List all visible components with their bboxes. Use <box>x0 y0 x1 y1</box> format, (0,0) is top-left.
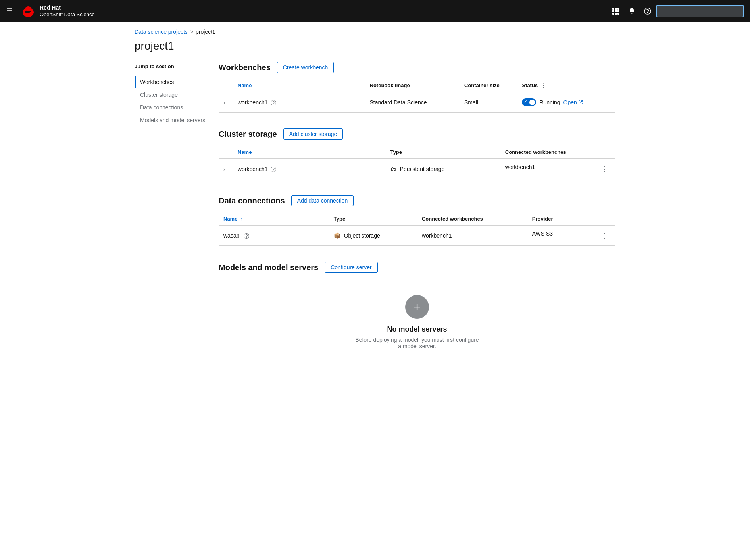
data-connections-title: Data connections <box>219 196 285 205</box>
logo-brand: Red Hat <box>40 4 95 11</box>
cs-row-expander-icon[interactable]: › <box>223 167 225 172</box>
dc-col-provider[interactable]: Provider <box>527 213 615 225</box>
cs-type: Persistent storage <box>400 166 445 172</box>
svg-rect-2 <box>612 8 614 10</box>
svg-rect-4 <box>617 8 619 10</box>
dc-connected-cell: workbench1 <box>417 225 527 246</box>
workbench-notebook-image: Standard Data Science <box>370 99 427 105</box>
svg-rect-5 <box>612 10 614 12</box>
workbench-status-label: Running <box>539 99 560 105</box>
cs-type-cell: 🗂 Persistent storage <box>386 159 500 179</box>
cs-col-name[interactable]: Name ↑ <box>233 146 386 159</box>
svg-rect-6 <box>615 10 617 12</box>
dc-type-cell: 📦 Object storage <box>329 225 417 246</box>
workbench-status-toggle[interactable]: ✓ <box>522 98 536 106</box>
dc-kebab-menu[interactable]: ⋮ <box>599 230 611 241</box>
svg-point-11 <box>644 8 651 14</box>
workbenches-col-expand <box>219 79 233 92</box>
sidebar-item-cluster-storage[interactable]: Cluster storage <box>135 88 206 101</box>
breadcrumb-current: project1 <box>196 29 215 35</box>
table-row: wasabi ? 📦 Object storage workbench1 <box>219 225 615 246</box>
no-model-servers-icon: + <box>405 295 429 319</box>
workbench-status-cell: ✓ Running Open <box>517 92 615 113</box>
workbenches-table-header-row: Name ↑ Notebook image Container size Sta… <box>219 79 615 92</box>
app-logo: Red Hat OpenShift Data Science <box>21 4 95 18</box>
sidebar-item-workbenches[interactable]: Workbenches <box>135 76 206 88</box>
workbenches-col-container-size[interactable]: Container size <box>460 79 517 92</box>
row-expander-icon[interactable]: › <box>223 100 225 105</box>
workbench-kebab-menu[interactable]: ⋮ <box>586 97 598 107</box>
dc-header-row: Name ↑ Type Connected workbenches Provid… <box>219 213 615 225</box>
svg-point-1 <box>25 6 31 11</box>
cs-col-type[interactable]: Type <box>386 146 500 159</box>
apps-icon[interactable] <box>612 7 620 15</box>
sidebar-item-data-connections[interactable]: Data connections <box>135 101 206 114</box>
cs-info-icon: ? <box>271 167 276 172</box>
header-icons <box>612 7 652 15</box>
sidebar-jump-label: Jump to section <box>135 63 206 69</box>
create-workbench-button[interactable]: Create workbench <box>277 62 334 73</box>
dc-name-sort-icon: ↑ <box>240 216 243 222</box>
svg-point-12 <box>647 12 648 13</box>
workbenches-col-status[interactable]: Status ⋮ <box>517 79 615 92</box>
hamburger-icon[interactable]: ☰ <box>6 7 13 15</box>
dc-col-type[interactable]: Type <box>329 213 417 225</box>
sidebar-nav: Workbenches Cluster storage Data connect… <box>135 76 206 127</box>
dc-name: wasabi <box>223 232 241 239</box>
page-title: project1 <box>135 40 615 52</box>
workbenches-col-name[interactable]: Name ↑ <box>233 79 365 92</box>
cs-name-sort-icon: ↑ <box>255 150 257 155</box>
workbenches-col-notebook-image[interactable]: Notebook image <box>365 79 460 92</box>
cs-kebab-menu[interactable]: ⋮ <box>599 164 611 174</box>
breadcrumb: Data science projects > project1 <box>135 29 615 35</box>
cs-col-expand <box>219 146 233 159</box>
object-storage-icon: 📦 <box>334 232 340 239</box>
workbench-name-cell: workbench1 ? <box>233 92 365 113</box>
dc-type: Object storage <box>344 232 380 239</box>
sidebar-item-models[interactable]: Models and model servers <box>135 114 206 127</box>
cluster-storage-section: Cluster storage Add cluster storage Name… <box>219 128 615 179</box>
svg-rect-7 <box>617 10 619 12</box>
search-input[interactable] <box>656 5 744 17</box>
dc-name-cell: wasabi ? <box>219 225 329 246</box>
help-icon[interactable] <box>644 7 652 15</box>
workbench-open-link[interactable]: Open <box>563 99 583 105</box>
workbench-name: workbench1 <box>238 99 268 105</box>
cs-name-cell: workbench1 ? <box>233 159 386 179</box>
svg-rect-8 <box>612 13 614 15</box>
data-connections-header: Data connections Add data connection <box>219 195 615 206</box>
models-section: Models and model servers Configure serve… <box>219 262 615 357</box>
data-connections-table: Name ↑ Type Connected workbenches Provid… <box>219 213 615 246</box>
workbenches-header: Workbenches Create workbench <box>219 62 615 73</box>
table-row: › workbench1 ? Standard Data Science Sma… <box>219 92 615 113</box>
name-sort-icon: ↑ <box>255 83 257 88</box>
external-link-icon <box>578 100 583 105</box>
svg-rect-3 <box>615 8 617 10</box>
cs-row-expander-cell: › <box>219 159 233 179</box>
dc-col-name[interactable]: Name ↑ <box>219 213 329 225</box>
configure-server-button[interactable]: Configure server <box>325 262 378 273</box>
cluster-storage-title: Cluster storage <box>219 130 277 139</box>
logo-product: OpenShift Data Science <box>40 12 95 17</box>
app-header: ☰ Red Hat OpenShift Data Science <box>0 0 750 22</box>
content-layout: Jump to section Workbenches Cluster stor… <box>135 62 615 373</box>
bell-icon[interactable] <box>628 7 636 15</box>
no-model-servers-title: No model servers <box>387 325 447 334</box>
main-content: Workbenches Create workbench Name ↑ Note… <box>219 62 615 373</box>
models-empty-state: + No model servers Before deploying a mo… <box>219 279 615 357</box>
workbench-status-toggle-wrap: ✓ Running Open <box>522 97 611 107</box>
workbench-container-size-cell: Small <box>460 92 517 113</box>
data-connections-section: Data connections Add data connection Nam… <box>219 195 615 246</box>
dc-col-connected[interactable]: Connected workbenches <box>417 213 527 225</box>
add-data-connection-button[interactable]: Add data connection <box>291 195 354 206</box>
cluster-storage-table: Name ↑ Type Connected workbenches › <box>219 146 615 179</box>
redhat-logo-icon <box>21 5 36 17</box>
models-header: Models and model servers Configure serve… <box>219 262 615 273</box>
cs-col-connected[interactable]: Connected workbenches <box>500 146 615 159</box>
workbench-info-icon: ? <box>271 100 276 105</box>
svg-rect-10 <box>617 13 619 15</box>
breadcrumb-separator: > <box>190 29 193 35</box>
add-cluster-storage-button[interactable]: Add cluster storage <box>283 128 343 140</box>
breadcrumb-parent-link[interactable]: Data science projects <box>135 29 188 35</box>
dc-info-icon: ? <box>244 233 249 239</box>
